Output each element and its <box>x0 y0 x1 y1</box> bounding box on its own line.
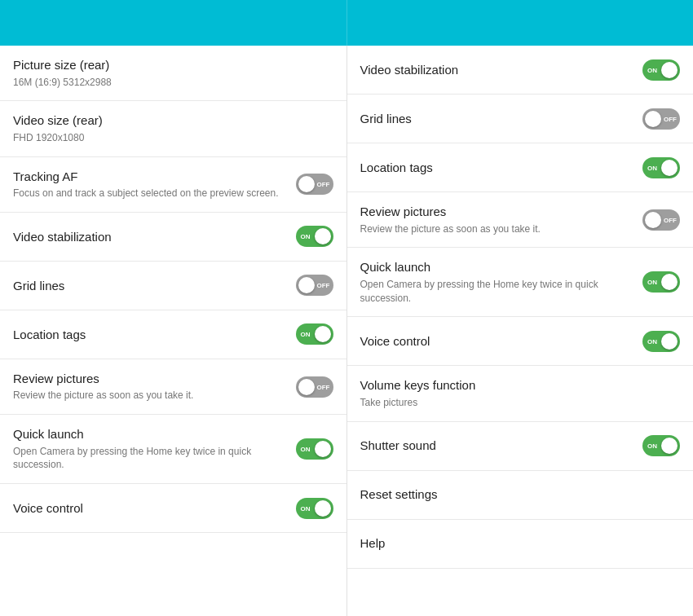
setting-text: Location tags <box>360 160 643 176</box>
setting-text: Grid lines <box>360 111 643 127</box>
toggle-switch[interactable]: OFF <box>296 174 333 195</box>
setting-subtitle: Take pictures <box>360 396 671 410</box>
list-item[interactable]: Voice control ON <box>0 484 346 533</box>
setting-text: Video stabilization <box>360 62 643 78</box>
toggle-switch[interactable]: ON <box>296 438 333 460</box>
setting-title: Video size (rear) <box>13 112 324 129</box>
setting-subtitle: Review the picture as soon as you take i… <box>360 222 633 236</box>
toggle-thumb <box>661 62 678 78</box>
setting-subtitle: 16M (16:9) 5312x2988 <box>13 76 324 90</box>
right-panel: Video stabilization ON Grid lines OFF Lo… <box>347 46 694 616</box>
setting-title: Shutter sound <box>360 438 633 454</box>
toggle-thumb <box>315 500 331 517</box>
setting-subtitle: Open Camera by pressing the Home key twi… <box>360 278 633 306</box>
setting-title: Video stabilization <box>360 62 633 78</box>
setting-title: Picture size (rear) <box>13 57 324 73</box>
toggle-thumb <box>661 438 678 454</box>
setting-text: Quick launchOpen Camera by pressing the … <box>360 259 643 305</box>
toggle-thumb <box>315 228 331 244</box>
setting-title: Location tags <box>360 160 633 176</box>
top-bar <box>0 0 693 46</box>
setting-title: Reset settings <box>360 486 671 503</box>
list-item[interactable]: Video stabilization ON <box>347 46 694 95</box>
setting-title: Quick launch <box>13 426 286 442</box>
toggle-switch[interactable]: ON <box>296 226 333 247</box>
setting-title: Grid lines <box>360 111 633 127</box>
toggle-thumb <box>645 111 661 127</box>
list-item: Help <box>347 520 694 569</box>
toggle-thumb <box>661 333 678 350</box>
toggle-switch[interactable]: OFF <box>296 275 333 296</box>
toggle-thumb <box>645 212 661 228</box>
list-item[interactable]: Grid lines OFF <box>347 95 694 143</box>
toggle-thumb <box>298 277 315 293</box>
toggle-switch[interactable]: ON <box>296 323 333 345</box>
setting-title: Help <box>360 535 671 552</box>
setting-title: Video stabilization <box>13 229 286 245</box>
toggle-thumb <box>298 176 315 192</box>
setting-subtitle: Focus on and track a subject selected on… <box>13 187 286 200</box>
setting-text: Review picturesReview the picture as soo… <box>360 204 643 235</box>
setting-text: Voice control <box>360 333 643 350</box>
list-item: Volume keys functionTake pictures <box>347 366 694 421</box>
setting-text: Reset settings <box>360 486 681 503</box>
right-panel-header <box>347 0 694 46</box>
toggle-switch[interactable]: ON <box>642 435 680 456</box>
setting-title: Location tags <box>13 327 286 343</box>
setting-title: Quick launch <box>360 259 633 275</box>
setting-title: Grid lines <box>13 278 286 294</box>
setting-text: Shutter sound <box>360 438 643 454</box>
setting-title: Voice control <box>360 333 633 350</box>
toggle-switch[interactable]: ON <box>642 271 680 293</box>
setting-text: Voice control <box>13 500 296 517</box>
toggle-switch[interactable]: OFF <box>642 108 680 130</box>
setting-title: Tracking AF <box>13 169 286 185</box>
content-area: Picture size (rear)16M (16:9) 5312x2988 … <box>0 46 693 616</box>
setting-subtitle: Open Camera by pressing the Home key twi… <box>13 445 286 473</box>
toggle-switch[interactable]: ON <box>642 331 680 352</box>
setting-text: Location tags <box>13 327 296 343</box>
list-item[interactable]: Video stabilization ON <box>0 213 346 262</box>
setting-text: Quick launchOpen Camera by pressing the … <box>13 426 296 472</box>
list-item[interactable]: Location tags ON <box>0 310 346 359</box>
setting-text: Help <box>360 535 681 552</box>
list-item[interactable]: Quick launchOpen Camera by pressing the … <box>347 248 694 317</box>
setting-text: Video stabilization <box>13 229 296 245</box>
setting-text: Tracking AFFocus on and track a subject … <box>13 169 296 200</box>
setting-text: Video size (rear)FHD 1920x1080 <box>13 112 333 144</box>
setting-text: Volume keys functionTake pictures <box>360 377 681 409</box>
setting-title: Voice control <box>13 500 286 517</box>
list-item[interactable]: Tracking AFFocus on and track a subject … <box>0 157 346 213</box>
left-panel: Picture size (rear)16M (16:9) 5312x2988 … <box>0 46 347 616</box>
list-item[interactable]: Voice control ON <box>347 317 694 366</box>
list-item[interactable]: Review picturesReview the picture as soo… <box>347 192 694 248</box>
left-panel-header <box>0 0 347 46</box>
setting-title: Review pictures <box>13 371 286 387</box>
toggle-thumb <box>661 274 678 290</box>
list-item[interactable]: Review picturesReview the picture as soo… <box>0 359 346 415</box>
toggle-thumb <box>315 441 331 457</box>
list-item[interactable]: Grid lines OFF <box>0 262 346 310</box>
list-item: Video size (rear)FHD 1920x1080 <box>0 101 346 156</box>
list-item[interactable]: Location tags ON <box>347 143 694 192</box>
list-item[interactable]: Quick launchOpen Camera by pressing the … <box>0 415 346 484</box>
list-item: Reset settings <box>347 471 694 520</box>
setting-title: Review pictures <box>360 204 633 220</box>
list-item[interactable]: Shutter sound ON <box>347 422 694 471</box>
toggle-switch[interactable]: ON <box>296 498 333 519</box>
setting-subtitle: Review the picture as soon as you take i… <box>13 389 286 403</box>
toggle-switch[interactable]: ON <box>642 59 680 81</box>
setting-text: Review picturesReview the picture as soo… <box>13 371 296 403</box>
setting-title: Volume keys function <box>360 377 671 394</box>
toggle-thumb <box>315 326 331 342</box>
toggle-thumb <box>661 160 678 176</box>
toggle-switch[interactable]: OFF <box>296 376 333 398</box>
list-item: Picture size (rear)16M (16:9) 5312x2988 <box>0 46 346 101</box>
toggle-switch[interactable]: OFF <box>642 209 680 231</box>
toggle-switch[interactable]: ON <box>642 157 680 178</box>
setting-subtitle: FHD 1920x1080 <box>13 131 324 145</box>
setting-text: Picture size (rear)16M (16:9) 5312x2988 <box>13 57 333 89</box>
setting-text: Grid lines <box>13 278 296 294</box>
toggle-thumb <box>298 379 315 395</box>
